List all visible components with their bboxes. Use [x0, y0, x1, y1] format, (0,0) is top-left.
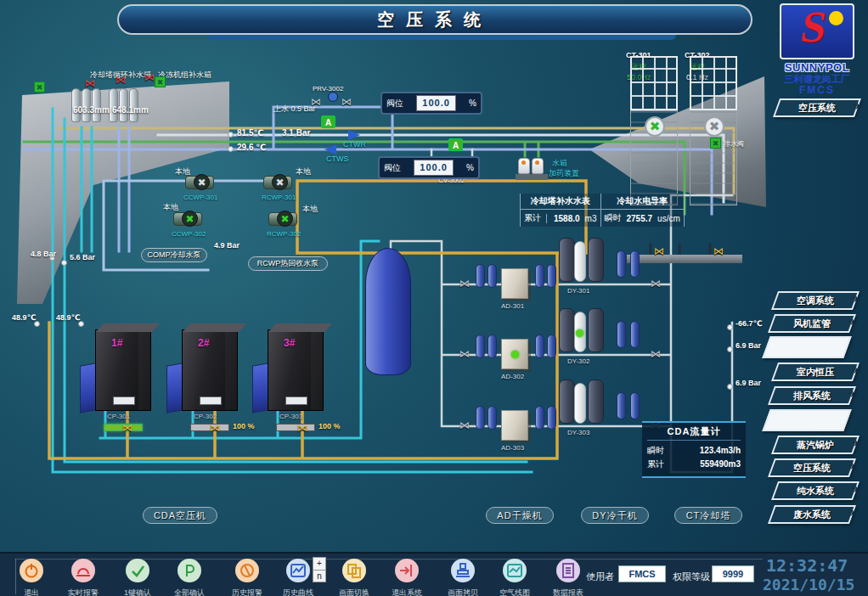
- history-curve-label: 历史曲线: [271, 588, 325, 596]
- nav-dy-dryer[interactable]: DY冷干机: [581, 507, 649, 524]
- cooling-tower-1[interactable]: ✖: [630, 110, 678, 205]
- pages-icon: [345, 561, 364, 580]
- sidebar-item-wastewater[interactable]: 废水系统 ✈: [771, 505, 853, 524]
- pump-rcwp-301[interactable]: ✖: [263, 176, 292, 189]
- user-field[interactable]: FMCS: [618, 565, 666, 582]
- compressor-2[interactable]: 2#: [182, 329, 238, 411]
- air-receiver-tank[interactable]: [365, 248, 411, 375]
- sidebar-item-purewater[interactable]: 纯水系统 ✈: [775, 481, 856, 500]
- valve-icon[interactable]: ⋈: [210, 423, 220, 433]
- postfilter: [547, 335, 556, 358]
- compressor-number: 1#: [111, 337, 122, 349]
- display-label: 阀位: [386, 98, 403, 110]
- title-underbar: [207, 35, 676, 40]
- sidebar-item-hvac[interactable]: 空调系统 ✈: [775, 291, 856, 310]
- sidebar-item-fan[interactable]: 风机监管 ✈: [771, 314, 853, 333]
- sidebar-button-shape: [762, 336, 851, 358]
- nav-cda-compressor[interactable]: CDA空压机: [143, 507, 217, 524]
- pump3-id: RCWP-301: [262, 194, 296, 201]
- pump2-id: CCWP-302: [172, 230, 206, 238]
- valve-icon[interactable]: ⋈: [713, 246, 724, 256]
- valve-icon[interactable]: ⋈: [311, 97, 321, 107]
- dy-tower: [588, 380, 604, 424]
- realtime-alarm-button[interactable]: [71, 559, 95, 582]
- dy-dryer-3-id: DY-303: [567, 429, 589, 436]
- sidebar-item-boiler[interactable]: 蒸汽锅炉 ✈: [775, 436, 856, 454]
- company-logo: S: [780, 3, 854, 59]
- exit-system-button[interactable]: [395, 559, 419, 582]
- minus-icon[interactable]: n: [313, 571, 325, 582]
- valve-icon[interactable]: ⋈: [122, 423, 132, 433]
- display-value: 100.0: [416, 95, 456, 111]
- cooling-tower-2-frame: [690, 56, 737, 110]
- compressor-number: 2#: [198, 337, 209, 349]
- nav-ad-dryer[interactable]: AD干燥机: [486, 507, 554, 524]
- screen-copy-button[interactable]: [451, 559, 475, 582]
- conductivity-row-label: 瞬时: [605, 212, 622, 224]
- ad-dryer-1[interactable]: [501, 268, 528, 299]
- valve-icon[interactable]: ⋈: [459, 349, 470, 359]
- compressor-1[interactable]: 1#: [95, 329, 151, 411]
- sidebar-item-label: 纯水系统: [775, 481, 856, 500]
- running-indicator: [576, 329, 583, 337]
- one-key-ack-button[interactable]: [126, 559, 149, 582]
- prefilter: [476, 335, 485, 358]
- valve-icon[interactable]: ⋈: [144, 72, 155, 82]
- pump-group-ccwp[interactable]: COMP冷却水泵: [141, 248, 207, 262]
- sidebar-item-label: 空压系统: [776, 98, 858, 117]
- flow-tag-supply: CTWS: [326, 155, 349, 163]
- sidebar-item-pressure[interactable]: 室内恒压 ✈: [775, 363, 856, 381]
- valve-icon[interactable]: ⋈: [459, 278, 470, 289]
- sidebar-button-shape: [762, 409, 851, 431]
- dy-tower: [588, 308, 604, 352]
- valve-icon[interactable]: ⋈: [85, 78, 95, 88]
- display-value: 100.0: [414, 160, 454, 176]
- pump-rcwp-302[interactable]: ✖: [268, 212, 297, 226]
- pump-ccwp-302[interactable]: ✖: [173, 212, 202, 226]
- cooling-tower-2[interactable]: ✖: [690, 110, 737, 205]
- valve-icon[interactable]: ⋈: [341, 97, 352, 107]
- sidebar-item-blank-2[interactable]: [766, 409, 848, 431]
- psychrometric-chart-button[interactable]: [503, 559, 527, 582]
- screen-switch-button[interactable]: [342, 559, 366, 582]
- level-field[interactable]: 9999: [712, 565, 754, 582]
- valve-icon[interactable]: ⋈: [654, 246, 664, 256]
- ack-all-button[interactable]: [178, 559, 201, 582]
- sidebar-item-label: 风机监管: [771, 314, 853, 333]
- pump-ccwp-301[interactable]: ✖: [185, 176, 214, 189]
- fmcs-label: FMCS: [771, 84, 863, 96]
- return-temp: 29.6 ℃: [237, 143, 266, 152]
- valve-icon[interactable]: ⋈: [651, 349, 661, 359]
- history-alarm-button[interactable]: [235, 559, 259, 582]
- ad-dryer-3[interactable]: [501, 410, 528, 441]
- valve-icon[interactable]: ⋈: [459, 420, 470, 430]
- ack-all-label: 全部确认: [162, 588, 217, 596]
- flowmeter-inst-label: 瞬时: [647, 444, 664, 458]
- pump-group-label: RCWP热回收水泵: [257, 258, 319, 269]
- data-report-button[interactable]: [556, 559, 580, 582]
- valve-icon[interactable]: ⋈: [651, 278, 661, 289]
- dy-dryer-1-id: DY-301: [567, 287, 589, 295]
- sidebar-item-exhaust[interactable]: 排风系统 ✈: [771, 386, 853, 405]
- conductivity-value: 2755.7: [627, 214, 653, 223]
- pump-fan-icon: ✖: [272, 174, 288, 190]
- sidebar-item-current[interactable]: 空压系统 ✈: [776, 98, 858, 117]
- sidebar-item-blank-1[interactable]: [766, 336, 848, 358]
- flowmeter-total-value: 559490m3: [700, 458, 741, 471]
- nav-pill-label: AD干燥机: [497, 509, 542, 522]
- curve-spinner[interactable]: + n: [313, 557, 326, 582]
- alarm-icon: [74, 561, 93, 580]
- temp-sensor: [34, 321, 40, 327]
- nav-ct-tower[interactable]: CT冷却塔: [674, 507, 742, 524]
- cooling-tower-1-frame: [630, 56, 678, 110]
- sidebar-item-aircomp[interactable]: 空压系统 ✈: [771, 458, 853, 477]
- pump-group-rcwp[interactable]: RCWP热回收水泵: [248, 256, 328, 271]
- valve-icon[interactable]: ⋈: [116, 75, 126, 85]
- exit-button[interactable]: [20, 559, 43, 582]
- valve-icon[interactable]: ⋈: [297, 423, 307, 433]
- plus-icon[interactable]: +: [313, 558, 325, 571]
- compressor-3[interactable]: 3#: [268, 329, 324, 411]
- tower-fan-icon: ✖: [645, 116, 665, 137]
- dy-tower: [588, 238, 604, 282]
- history-curve-button[interactable]: [286, 559, 310, 582]
